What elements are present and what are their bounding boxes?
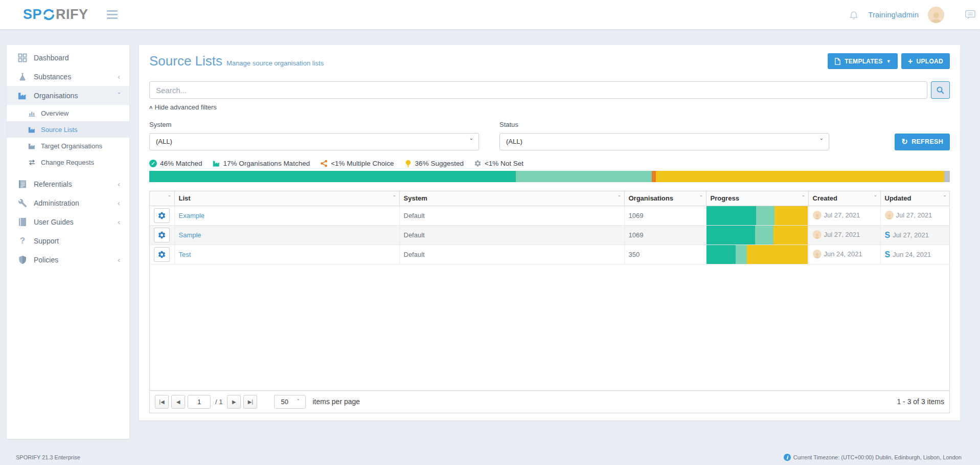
chevron-down-icon[interactable]: ˇ bbox=[619, 195, 621, 202]
sidebar-item-referentials[interactable]: Referentials ‹ bbox=[7, 174, 129, 193]
factory-icon bbox=[28, 142, 36, 150]
chevron-down-icon: ▼ bbox=[886, 59, 891, 64]
first-page-button[interactable]: |◀ bbox=[155, 395, 169, 409]
overall-progress-bar bbox=[149, 171, 950, 182]
user-avatar-icon bbox=[813, 211, 822, 219]
status-filter-label: Status bbox=[499, 121, 829, 128]
progress-legend: ✓ 46% Matched 17% Organisations Matched bbox=[149, 160, 950, 167]
hide-advanced-filters-link[interactable]: ˄ Hide advanced filters bbox=[149, 103, 217, 111]
chevron-down-icon: ˇ bbox=[470, 138, 472, 145]
row-settings-gear-button[interactable] bbox=[154, 247, 170, 262]
sidebar-item-source-lists[interactable]: Source Lists bbox=[7, 121, 129, 138]
templates-button[interactable]: TEMPLATES ▼ bbox=[828, 53, 898, 69]
sidebar-item-policies[interactable]: Policies ‹ bbox=[7, 250, 129, 269]
header-gear-column[interactable]: ˇ bbox=[150, 191, 174, 206]
swap-arrows-icon bbox=[28, 159, 36, 166]
sidebar-item-substances[interactable]: Substances ‹ bbox=[7, 67, 129, 86]
updated-cell: S Jun 24, 2021 bbox=[880, 245, 949, 264]
timezone-label: Current Timezone: (UTC+00:00) Dublin, Ed… bbox=[793, 454, 962, 460]
search-button[interactable] bbox=[931, 81, 950, 99]
last-page-button[interactable]: ▶| bbox=[243, 395, 257, 409]
legend-multiple-choice: <1% Multiple Choice bbox=[320, 160, 394, 167]
sporify-system-icon: S bbox=[885, 231, 891, 239]
sidebar-toggle-hamburger-icon[interactable] bbox=[107, 8, 118, 21]
sporify-refresh-logo-icon bbox=[42, 8, 55, 21]
header-progress[interactable]: Progressˇ bbox=[706, 191, 808, 206]
refresh-icon: ↻ bbox=[901, 137, 908, 146]
list-name-link[interactable]: Example bbox=[179, 212, 205, 219]
refresh-button[interactable]: ↻ REFRESH bbox=[895, 134, 950, 150]
legend-not-set: <1% Not Set bbox=[474, 160, 523, 167]
grid-icon bbox=[18, 53, 27, 62]
sidebar-label: Policies bbox=[34, 256, 58, 264]
system-select[interactable]: (ALL) ˇ bbox=[149, 133, 479, 150]
previous-page-button[interactable]: ◀ bbox=[171, 395, 185, 409]
table-row: Example Default 1069 S Jul 27, 2021 bbox=[150, 206, 949, 226]
shield-icon bbox=[18, 255, 27, 264]
system-cell: Default bbox=[399, 226, 624, 245]
gear-icon bbox=[157, 211, 166, 220]
legend-suggested: 36% Suggested bbox=[404, 160, 464, 167]
chevron-down-icon[interactable]: ˇ bbox=[803, 195, 805, 202]
sidebar-item-change-requests[interactable]: Change Requests bbox=[7, 154, 129, 170]
status-select[interactable]: (ALL) ˇ bbox=[499, 133, 829, 150]
header-created[interactable]: Createdˇ bbox=[808, 191, 880, 206]
header-updated[interactable]: Updatedˇ bbox=[880, 191, 949, 206]
sporify-logo: SP RIFY bbox=[23, 7, 88, 23]
page-title: Source Lists bbox=[149, 53, 222, 69]
chevron-down-icon[interactable]: ˇ bbox=[700, 195, 702, 202]
info-icon: i bbox=[784, 454, 791, 461]
gear-icon bbox=[157, 250, 166, 259]
header-list[interactable]: Listˇ bbox=[174, 191, 399, 206]
chevron-left-icon: ‹ bbox=[118, 256, 120, 263]
journal-icon bbox=[18, 180, 27, 189]
progress-cell bbox=[706, 226, 808, 245]
chevron-left-icon: ‹ bbox=[118, 218, 120, 226]
updated-cell: S Jul 27, 2021 bbox=[880, 226, 949, 245]
chevron-down-icon[interactable]: ˇ bbox=[944, 195, 946, 202]
list-name-link[interactable]: Sample bbox=[179, 231, 201, 239]
user-avatar-icon bbox=[813, 250, 822, 258]
wrench-icon bbox=[18, 198, 27, 208]
next-page-button[interactable]: ▶ bbox=[227, 395, 241, 409]
sidebar-item-organisations[interactable]: Organisations ˇ bbox=[7, 86, 129, 105]
organisations-cell: 350 bbox=[624, 245, 706, 264]
sidebar-item-support[interactable]: ? Support bbox=[7, 231, 129, 250]
sidebar-label: Substances bbox=[34, 73, 71, 81]
sidebar-item-administration[interactable]: Administration ‹ bbox=[7, 193, 129, 212]
row-settings-gear-button[interactable] bbox=[154, 228, 170, 242]
organisations-cell: 1069 bbox=[624, 206, 706, 226]
notifications-bell-icon[interactable] bbox=[849, 9, 859, 20]
created-cell: S Jun 24, 2021 bbox=[808, 245, 880, 264]
items-per-page-label: items per page bbox=[312, 397, 360, 406]
search-icon bbox=[936, 86, 945, 95]
version-label: SPORIFY 21.3 Enterprise bbox=[16, 454, 80, 460]
check-circle-icon: ✓ bbox=[149, 160, 157, 167]
factory-icon bbox=[18, 91, 27, 100]
factory-icon bbox=[28, 126, 36, 134]
list-name-link[interactable]: Test bbox=[179, 251, 191, 258]
chevron-down-icon[interactable]: ˇ bbox=[394, 195, 396, 202]
chat-bubble-icon[interactable] bbox=[965, 10, 976, 20]
page-size-select[interactable]: 50 ˇ bbox=[274, 395, 306, 409]
page-subtitle: Manage source organisation lists bbox=[226, 59, 324, 67]
row-settings-gear-button[interactable] bbox=[154, 208, 170, 223]
page-count-label: / 1 bbox=[215, 398, 222, 406]
chevron-down-icon[interactable]: ˇ bbox=[875, 195, 877, 202]
upload-button[interactable]: + UPLOAD bbox=[901, 53, 950, 69]
progress-cell bbox=[706, 206, 808, 226]
sidebar-item-overview[interactable]: Overview bbox=[7, 105, 129, 121]
sidebar-item-target-organisations[interactable]: Target Organisations bbox=[7, 138, 129, 154]
sidebar-item-user-guides[interactable]: User Guides ‹ bbox=[7, 212, 129, 231]
chevron-down-icon[interactable]: ˇ bbox=[169, 195, 171, 202]
user-avatar[interactable] bbox=[928, 7, 944, 23]
sidebar-label: Support bbox=[34, 237, 59, 245]
search-input[interactable] bbox=[149, 81, 927, 99]
system-cell: Default bbox=[399, 206, 624, 226]
header-organisations[interactable]: Organisationsˇ bbox=[624, 191, 706, 206]
sidebar-label: User Guides bbox=[34, 218, 74, 226]
page-number-input[interactable] bbox=[188, 395, 211, 409]
sidebar-item-dashboard[interactable]: Dashboard bbox=[7, 48, 129, 67]
current-user[interactable]: Training\admin bbox=[868, 10, 919, 19]
header-system[interactable]: Systemˇ bbox=[399, 191, 624, 206]
